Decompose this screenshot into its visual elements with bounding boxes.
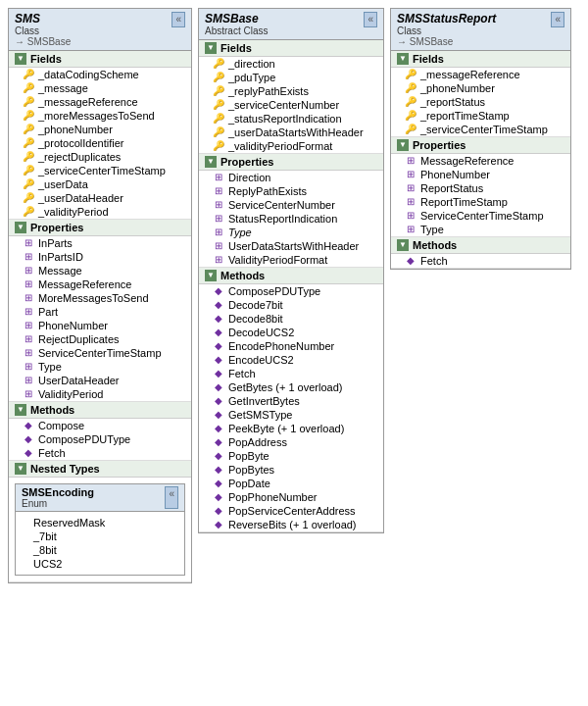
list-item: ◆Decode7bit: [199, 298, 383, 312]
smsstatus-properties-list: ⊞MessageReference ⊞PhoneNumber ⊞ReportSt…: [391, 154, 570, 236]
field-icon: 🔑: [23, 178, 34, 190]
smsbase-fields-header: ▼ Fields: [199, 40, 383, 57]
smsstatus-fields-section: ▼ Fields 🔑_messageReference 🔑_phoneNumbe…: [391, 51, 570, 137]
smsstatus-parent: → SMSBase: [397, 36, 496, 47]
method-icon: ◆: [213, 519, 224, 530]
property-icon: ⊞: [213, 254, 224, 266]
method-icon: ◆: [213, 327, 224, 338]
list-item: 🔑_protocolIdentifier: [9, 136, 191, 150]
sms-expand-icon[interactable]: «: [172, 12, 185, 27]
field-icon: 🔑: [23, 206, 34, 218]
field-icon: 🔑: [213, 126, 224, 138]
method-icon: ◆: [213, 423, 224, 434]
sms-methods-header: ▼ Methods: [9, 402, 191, 419]
field-icon: 🔑: [405, 124, 416, 135]
list-item: ◆DecodeUCS2: [199, 326, 383, 339]
list-item: ◆GetSMSType: [199, 408, 383, 422]
smsstatus-expand-icon[interactable]: «: [551, 12, 564, 27]
list-item: ◆PopDate: [199, 477, 383, 490]
smsstatus-methods-list: ◆Fetch: [391, 254, 570, 268]
method-icon: ◆: [213, 299, 224, 311]
sms-stereotype: Class: [15, 25, 71, 36]
field-icon: 🔑: [23, 124, 34, 135]
smsbase-props-header: ▼ Properties: [199, 154, 383, 171]
list-item: ⊞Type: [391, 223, 570, 236]
sms-methods-icon: ▼: [15, 404, 26, 416]
field-icon: 🔑: [23, 82, 34, 94]
list-item: ◆Compose: [9, 419, 191, 432]
field-icon: 🔑: [23, 192, 34, 204]
method-icon: ◆: [213, 464, 224, 476]
list-item: ◆Fetch: [199, 367, 383, 380]
list-item: 🔑_dataCodingScheme: [9, 68, 191, 81]
list-item: ◆PopByte: [199, 449, 383, 463]
method-icon: ◆: [213, 354, 224, 366]
smsstatus-properties-section: ▼ Properties ⊞MessageReference ⊞PhoneNum…: [391, 137, 570, 237]
sms-encoding-expand[interactable]: «: [165, 486, 178, 509]
property-icon: ⊞: [23, 306, 34, 318]
sms-properties-list: ⊞InParts ⊞InPartsID ⊞Message ⊞MessageRef…: [9, 236, 191, 401]
list-item: ⊞PhoneNumber: [9, 319, 191, 332]
list-item: _7bit: [29, 530, 178, 543]
property-icon: ⊞: [23, 375, 34, 386]
list-item: ◆EncodeUCS2: [199, 353, 383, 367]
list-item: ◆EncodePhoneNumber: [199, 339, 383, 353]
property-icon: ⊞: [23, 292, 34, 304]
method-icon: ◆: [213, 395, 224, 407]
sms-nested-section: ▼ Nested Types SMSEncoding Enum « Reserv…: [9, 461, 191, 582]
sms-class-name: SMS: [15, 12, 71, 25]
sms-class-box: SMS Class → SMSBase « ▼ Fields 🔑_dataCod…: [8, 8, 192, 583]
property-icon: ⊞: [213, 213, 224, 225]
smsstatus-methods-header: ▼ Methods: [391, 237, 570, 254]
list-item: 🔑_userDataStartsWithHeader: [199, 126, 383, 139]
list-item: 🔑_userData: [9, 177, 191, 191]
field-icon: 🔑: [405, 82, 416, 94]
sms-fields-list: 🔑_dataCodingScheme 🔑_message 🔑_messageRe…: [9, 68, 191, 219]
field-icon: 🔑: [23, 96, 34, 108]
smsbase-expand-icon[interactable]: «: [364, 12, 377, 27]
sms-fields-header: ▼ Fields: [9, 51, 191, 68]
field-icon: 🔑: [23, 69, 34, 80]
method-icon: ◆: [213, 505, 224, 517]
list-item: 🔑_validityPeriodFormat: [199, 139, 383, 153]
smsbase-class-box: SMSBase Abstract Class « ▼ Fields 🔑_dire…: [198, 8, 384, 533]
smsbase-fields-list: 🔑_direction 🔑_pduType 🔑_replyPathExists …: [199, 57, 383, 153]
list-item: ⊞Type: [199, 226, 383, 239]
smsstatus-class-box: SMSStatusReport Class → SMSBase « ▼ Fiel…: [390, 8, 571, 270]
list-item: 🔑_reportStatus: [391, 95, 570, 109]
property-icon: ⊞: [23, 265, 34, 277]
sms-parent: → SMSBase: [15, 36, 71, 47]
property-icon: ⊞: [405, 182, 416, 194]
field-icon: 🔑: [213, 113, 224, 125]
sms-methods-list: ◆Compose ◆ComposePDUType ◆Fetch: [9, 419, 191, 460]
list-item: ◆GetInvertBytes: [199, 394, 383, 408]
list-item: ⊞ServiceCenterTimeStamp: [9, 346, 191, 360]
property-icon: ⊞: [213, 185, 224, 197]
list-item: 🔑_serviceCenterNumber: [199, 98, 383, 112]
list-item: ⊞UserDataHeader: [9, 374, 191, 387]
list-item: ⊞InParts: [9, 236, 191, 250]
field-icon: 🔑: [213, 85, 224, 97]
list-item: ⊞ReportStatus: [391, 181, 570, 195]
list-item: ⊞Type: [9, 360, 191, 374]
property-icon: ⊞: [23, 347, 34, 359]
field-icon: 🔑: [405, 96, 416, 108]
list-item: ◆PopServiceCenterAddress: [199, 504, 383, 518]
sms-properties-section: ▼ Properties ⊞InParts ⊞InPartsID ⊞Messag…: [9, 220, 191, 402]
sms-encoding-header: SMSEncoding Enum «: [16, 484, 184, 512]
method-icon: ◆: [213, 285, 224, 297]
method-icon: ◆: [213, 436, 224, 448]
list-item: 🔑_message: [9, 81, 191, 95]
list-item: ◆PopPhoneNumber: [199, 490, 383, 504]
smsbase-fields-section: ▼ Fields 🔑_direction 🔑_pduType 🔑_replyPa…: [199, 40, 383, 154]
property-icon: ⊞: [23, 278, 34, 290]
list-item: ⊞Direction: [199, 171, 383, 184]
property-icon: ⊞: [213, 240, 224, 252]
list-item: ⊞PhoneNumber: [391, 168, 570, 181]
sms-nested-header: ▼ Nested Types: [9, 461, 191, 478]
smsstatus-methods-icon: ▼: [397, 239, 409, 251]
list-item: ◆PeekByte (+ 1 overload): [199, 422, 383, 435]
smsstatus-fields-icon: ▼: [397, 53, 409, 65]
list-item: 🔑_replyPathExists: [199, 84, 383, 98]
list-item: ⊞ReportTimeStamp: [391, 195, 570, 209]
